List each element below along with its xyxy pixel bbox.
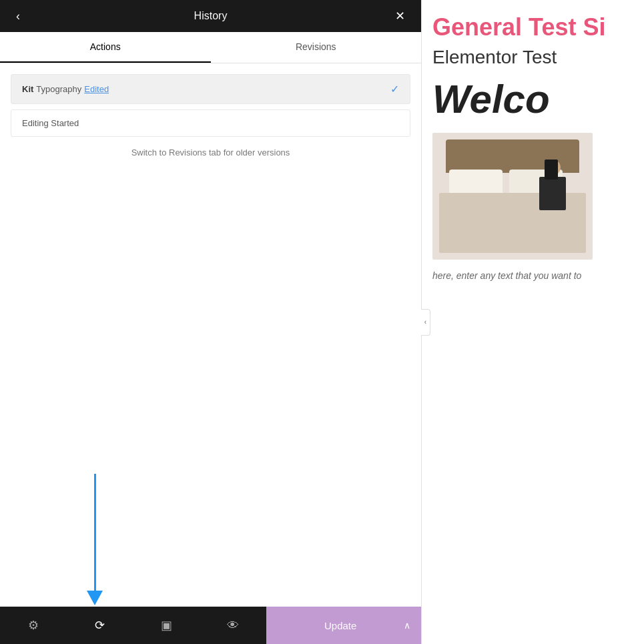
history-item-kit-typography[interactable]: Kit Typography Edited ✓ [11, 74, 410, 104]
right-preview-panel: General Test Si Elementor Test Welco her… [422, 0, 644, 644]
history-content: Kit Typography Edited ✓ Editing Started … [0, 63, 421, 607]
collapse-handle[interactable]: ‹ [421, 309, 430, 336]
preview-body-text: here, enter any text that you want to [432, 270, 633, 281]
preview-site-title: General Test Si [432, 13, 633, 41]
check-icon: ✓ [390, 83, 399, 95]
preview-toolbar-button[interactable]: 👁 [200, 607, 266, 644]
item-keyword: Kit [22, 84, 33, 94]
collapse-chevron-icon: ‹ [424, 318, 426, 326]
settings-toolbar-button[interactable]: ⚙ [0, 607, 67, 644]
bottom-toolbar: ⚙ ⟳ ▣ 👁 Update ∧ [0, 607, 421, 644]
item-type: Typography [36, 84, 81, 94]
history-header: ‹ History ✕ [0, 0, 421, 32]
update-chevron-icon: ∧ [404, 620, 410, 631]
left-panel: ‹ History ✕ Actions Revisions Kit Typogr… [0, 0, 422, 644]
tabs-container: Actions Revisions [0, 32, 421, 63]
person-body [539, 177, 566, 210]
editing-started-label: Editing Started [22, 118, 79, 128]
history-toolbar-button[interactable]: ⟳ [67, 607, 133, 644]
preview-content: General Test Si Elementor Test Welco her… [422, 0, 644, 644]
bed-pillow-left [449, 170, 503, 196]
update-button-label: Update [277, 620, 404, 631]
person-hair [545, 159, 558, 180]
preview-welcome: Welco [432, 76, 633, 122]
preview-subtitle: Elementor Test [432, 47, 633, 68]
preview-icon: 👁 [227, 619, 239, 633]
settings-icon: ⚙ [28, 618, 39, 633]
tab-revisions[interactable]: Revisions [211, 32, 422, 63]
update-button[interactable]: Update ∧ [266, 607, 421, 644]
item-link[interactable]: Edited [84, 84, 109, 94]
preview-image [432, 133, 593, 260]
tab-actions[interactable]: Actions [0, 32, 211, 63]
close-button[interactable]: ✕ [390, 6, 410, 26]
history-item-editing-started: Editing Started [11, 109, 410, 137]
switch-revisions-text: Switch to Revisions tab for older versio… [11, 142, 410, 163]
header-title: History [194, 10, 228, 22]
responsive-toolbar-button[interactable]: ▣ [133, 607, 200, 644]
person-figure [533, 159, 573, 226]
back-button[interactable]: ‹ [11, 7, 25, 26]
history-icon: ⟳ [95, 618, 105, 633]
responsive-icon: ▣ [161, 618, 172, 633]
